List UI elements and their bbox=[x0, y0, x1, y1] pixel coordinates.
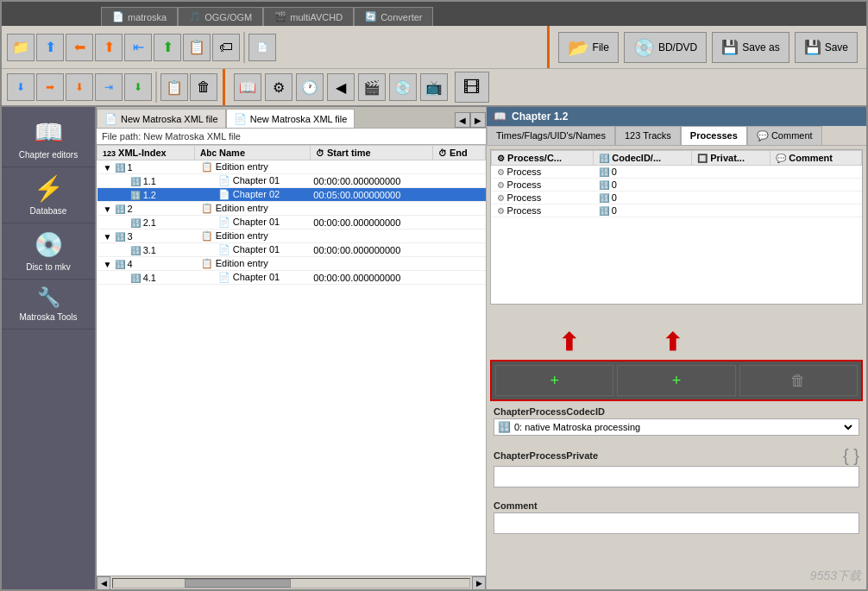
sidebar-item-disc-to-mkv[interactable]: 💿 Disc to mkv bbox=[2, 223, 95, 280]
file-tab-2[interactable]: 📄 New Matroska XML file bbox=[226, 109, 355, 128]
toolbar-row2: ⬇ ➡ ⬇ ⇥ ⬇ 📋 🗑 bbox=[2, 69, 225, 105]
comment-section: Comment bbox=[487, 495, 866, 542]
tree-table[interactable]: 123 XML-Index Abc Name ⏱ Start time ⏱ En… bbox=[97, 145, 486, 575]
tb2r-2[interactable]: ⚙ bbox=[265, 73, 292, 101]
table-row[interactable]: 🔢 1.2 📄 Chapter 02 00:05:00.000000000 bbox=[97, 188, 486, 202]
toolbar-btn-1[interactable]: 📁 bbox=[7, 34, 35, 61]
database-icon: ⚡ bbox=[34, 174, 64, 203]
delete-process-btn[interactable]: 🗑 bbox=[739, 365, 858, 396]
tab-ogg[interactable]: 🎵 OGG/OGM bbox=[178, 7, 263, 26]
tab-nav-left[interactable]: ◀ bbox=[455, 112, 470, 128]
table-row[interactable]: ▼ 🔢 4 📋 Edition entry bbox=[97, 257, 486, 271]
toolbar-btn-file2[interactable]: 📄 bbox=[248, 34, 276, 61]
toolbar-row1: 📁 ⬆ ⬅ ⬆ ⇤ ⬆ 📋 🏷 📄 📂 File 💿 BD/DVD bbox=[2, 26, 866, 69]
tab-converter-icon: 🔄 bbox=[365, 11, 377, 22]
process-table[interactable]: ⚙ Process/C... 🔢 CodecID/... 🔲 Privat... bbox=[490, 149, 863, 305]
tb2-4[interactable]: ⇥ bbox=[95, 73, 123, 101]
table-row[interactable]: 🔢 2.1 📄 Chapter 01 00:00:00.000000000 bbox=[97, 216, 486, 229]
sidebar-item-chapter-editors[interactable]: 📖 Chapter editors bbox=[2, 111, 95, 167]
toolbar-btn-3[interactable]: ⬅ bbox=[66, 34, 93, 61]
codec-id-field[interactable]: 🔢 0: native Matroska processing bbox=[494, 418, 859, 436]
pcol-comment: 💬 Comment bbox=[771, 151, 862, 166]
codec-id-select[interactable]: 0: native Matroska processing bbox=[511, 421, 855, 433]
comment-col-icon: 💬 bbox=[776, 154, 786, 163]
add-process-btn-2[interactable]: + bbox=[617, 365, 735, 396]
table-row[interactable]: 🔢 1.1 📄 Chapter 01 00:00:00.000000000 bbox=[97, 174, 486, 188]
tb2-delete[interactable]: 🗑 bbox=[190, 73, 217, 101]
col-name: Abc Name bbox=[195, 146, 311, 160]
tb2-2[interactable]: ➡ bbox=[36, 73, 64, 101]
process-table-row[interactable]: ⚙ Process 🔢 0 bbox=[492, 179, 862, 192]
tab-tracks[interactable]: 123 Tracks bbox=[615, 126, 681, 145]
save-button[interactable]: 💾 Save bbox=[795, 32, 858, 63]
toolbar-left: 📁 ⬆ ⬅ ⬆ ⇤ ⬆ 📋 🏷 📄 bbox=[2, 26, 550, 68]
toolbar-btn-4[interactable]: ⬆ bbox=[95, 34, 123, 61]
table-row[interactable]: ▼ 🔢 2 📋 Edition entry bbox=[97, 202, 486, 216]
tb2-3[interactable]: ⬇ bbox=[66, 73, 93, 101]
chapter-header: 📖 Chapter 1.2 bbox=[487, 107, 866, 126]
bddvd-button[interactable]: 💿 BD/DVD bbox=[624, 32, 707, 63]
process-table-row[interactable]: ⚙ Process 🔢 0 bbox=[492, 192, 862, 204]
chapter-header-icon: 📖 bbox=[494, 110, 506, 123]
scroll-left-arrow[interactable]: ◀ bbox=[97, 576, 110, 590]
tab-comment[interactable]: 💬 Comment bbox=[747, 126, 822, 145]
table-row[interactable]: 🔢 3.1 📄 Chapter 01 00:00:00.000000000 bbox=[97, 243, 486, 257]
tab-converter[interactable]: 🔄 Converter bbox=[354, 7, 433, 26]
tab-matroska-icon: 📄 bbox=[112, 11, 124, 22]
separator1 bbox=[243, 32, 245, 63]
toolbar-btn-6[interactable]: ⬆ bbox=[154, 34, 181, 61]
private-textarea[interactable] bbox=[494, 466, 859, 487]
toolbar-row2-container: ⬇ ➡ ⬇ ⇥ ⬇ 📋 🗑 📖 ⚙ 🕐 ◀ 🎬 💿 📺 🎞 bbox=[2, 69, 866, 105]
toolbar-btn-tag[interactable]: 🏷 bbox=[212, 34, 240, 61]
tb2r-6[interactable]: 💿 bbox=[389, 73, 417, 101]
process-table-row[interactable]: ⚙ Process 🔢 0 bbox=[492, 166, 862, 179]
tab-bar: 📄 matroska 🎵 OGG/OGM 🎬 multiAVCHD 🔄 Conv… bbox=[2, 2, 866, 26]
center-panel: 📄 New Matroska XML file 📄 New Matroska X… bbox=[97, 107, 487, 589]
bottom-scrollbar[interactable]: ◀ ▶ bbox=[97, 575, 486, 589]
file-button[interactable]: 📂 File bbox=[558, 32, 619, 63]
tb2-5[interactable]: ⬇ bbox=[124, 73, 152, 101]
add-process-btn-1[interactable]: + bbox=[495, 365, 613, 396]
tb2r-1[interactable]: 📖 bbox=[234, 73, 261, 101]
table-row[interactable]: 🔢 4.1 📄 Chapter 01 00:00:00.000000000 bbox=[97, 271, 486, 285]
saveas-button[interactable]: 💾 Save as bbox=[712, 32, 789, 63]
pcol-private: 🔲 Privat... bbox=[692, 151, 771, 166]
tb2r-5[interactable]: 🎬 bbox=[358, 73, 386, 101]
comment-textarea[interactable] bbox=[494, 512, 859, 534]
sidebar-item-database[interactable]: ⚡ Database bbox=[2, 167, 95, 223]
file-tab-1[interactable]: 📄 New Matroska XML file bbox=[97, 109, 226, 128]
scroll-track[interactable] bbox=[112, 578, 470, 588]
disc-to-mkv-icon: 💿 bbox=[34, 230, 64, 259]
tb2r-film[interactable]: 🎞 bbox=[455, 72, 489, 103]
tb2r-4[interactable]: ◀ bbox=[327, 73, 355, 101]
tab-multiavchd[interactable]: 🎬 multiAVCHD bbox=[263, 7, 354, 26]
separator2 bbox=[155, 72, 157, 103]
scroll-thumb[interactable] bbox=[185, 579, 292, 588]
comment-tab-icon: 💬 bbox=[757, 130, 769, 141]
tb2-1[interactable]: ⬇ bbox=[7, 73, 35, 101]
file-icon: 📂 bbox=[568, 37, 589, 58]
tab-matroska[interactable]: 📄 matroska bbox=[101, 7, 178, 26]
private-label: ChapterProcessPrivate bbox=[494, 450, 598, 461]
tb2r-7[interactable]: 📺 bbox=[420, 73, 448, 101]
watermark: 9553下载 bbox=[810, 569, 861, 584]
process-table-row[interactable]: ⚙ Process 🔢 0 bbox=[492, 204, 862, 217]
toolbar-btn-paste[interactable]: 📋 bbox=[183, 34, 211, 61]
tab-nav-right[interactable]: ▶ bbox=[470, 112, 486, 128]
tb2-copy[interactable]: 📋 bbox=[160, 73, 188, 101]
tb2r-3[interactable]: 🕐 bbox=[296, 73, 324, 101]
toolbar-btn-5[interactable]: ⇤ bbox=[124, 34, 152, 61]
arrow-area: ⬇ ⬇ bbox=[490, 308, 863, 360]
tab-times-flags[interactable]: Times/Flags/UID's/Names bbox=[487, 126, 615, 145]
sidebar-item-matroska-tools[interactable]: 🔧 Matroska Tools bbox=[2, 280, 95, 330]
table-row[interactable]: ▼ 🔢 3 📋 Edition entry bbox=[97, 229, 486, 243]
tab-processes[interactable]: Processes bbox=[681, 126, 747, 145]
toolbar-row2-right: 📖 ⚙ 🕐 ◀ 🎬 💿 📺 🎞 bbox=[225, 69, 498, 105]
pcol-process: ⚙ Process/C... bbox=[492, 151, 594, 166]
private-icon: { } bbox=[843, 446, 859, 466]
matroska-tools-icon: 🔧 bbox=[37, 286, 60, 309]
table-row[interactable]: ▼ 🔢 1 📋 Edition entry bbox=[97, 160, 486, 174]
toolbar-right: 📂 File 💿 BD/DVD 💾 Save as 💾 Save bbox=[550, 26, 866, 68]
scroll-right-arrow[interactable]: ▶ bbox=[472, 576, 486, 590]
toolbar-btn-add-chapter[interactable]: ⬆ bbox=[36, 34, 64, 61]
